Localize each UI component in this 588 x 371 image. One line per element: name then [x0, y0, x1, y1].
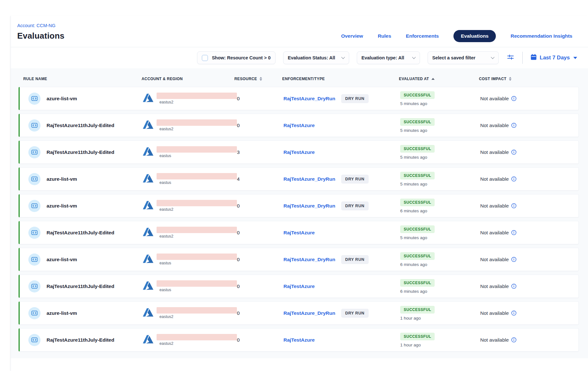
account-region-cell: eastus2	[143, 334, 236, 346]
enforcement-link[interactable]: RajTestAzure_DryRun	[283, 176, 335, 182]
rule-code-icon	[28, 93, 40, 105]
evaluated-time: 6 minutes ago	[400, 289, 427, 294]
enforcement-link[interactable]: RajTestAzure_DryRun	[283, 96, 335, 102]
date-range-picker[interactable]: Last 7 Days	[530, 54, 577, 62]
rule-cell: azure-list-vm	[20, 93, 143, 105]
rule-code-icon	[28, 200, 40, 212]
rule-cell: azure-list-vm	[20, 307, 143, 319]
sort-icon[interactable]	[260, 77, 262, 81]
tab-recommendation-insights[interactable]: Recommendation Insights	[511, 33, 572, 39]
info-icon[interactable]	[511, 149, 517, 155]
evaluation-type-dropdown[interactable]: Evaluation type: All	[357, 51, 420, 64]
rule-cell: RajTestAzure11thJuly-Edited	[20, 146, 143, 158]
evaluated-cell: SUCCESSFUL 5 minutes ago	[400, 118, 480, 133]
breadcrumb[interactable]: Account: CCM-NG	[17, 23, 64, 28]
status-badge: SUCCESSFUL	[400, 306, 435, 314]
info-icon[interactable]	[511, 230, 517, 235]
enforcement-link[interactable]: RajTestAzure_DryRun	[283, 257, 335, 262]
enforcement-link[interactable]: RajTestAzure	[283, 149, 315, 155]
rule-code-icon	[28, 173, 40, 185]
table-row[interactable]: azure-list-vm eastus 0 RajTestAzure_DryR…	[18, 248, 579, 271]
account-block: eastus	[157, 254, 237, 265]
account-block: eastus2	[157, 227, 237, 238]
page-header: Account: CCM-NG Evaluations Overview Rul…	[11, 16, 588, 47]
status-badge: SUCCESSFUL	[400, 225, 435, 233]
info-icon[interactable]	[511, 203, 517, 208]
col-evaluated-at[interactable]: EVALUATED AT	[399, 77, 479, 81]
cost-impact-text: Not available	[480, 230, 509, 236]
col-cost-impact[interactable]: COST IMPACT	[479, 77, 579, 81]
dry-run-badge: DRY RUN	[341, 175, 369, 184]
account-region-cell: eastus	[143, 254, 236, 265]
info-icon[interactable]	[511, 257, 517, 262]
redacted-account-name	[157, 119, 237, 126]
col-label: ENFORCEMENT/TYPE	[282, 77, 325, 81]
resource-count-filter[interactable]: Show: Resource Count > 0	[197, 51, 275, 64]
tab-enforcements[interactable]: Enforcements	[406, 33, 439, 39]
azure-icon	[143, 228, 153, 238]
table-row[interactable]: RajTestAzure11thJuly-Edited eastus2 0 Ra…	[18, 114, 579, 137]
enforcement-cell: RajTestAzure_DryRun DRY RUN	[283, 94, 400, 103]
account-block: eastus	[157, 146, 237, 158]
account-region-cell: eastus	[143, 173, 236, 185]
table-row[interactable]: RajTestAzure11thJuly-Edited eastus 0 Raj…	[18, 275, 579, 298]
enforcement-cell: RajTestAzure	[283, 123, 400, 128]
cost-impact-text: Not available	[480, 337, 509, 343]
evaluated-cell: SUCCESSFUL 5 minutes ago	[400, 145, 480, 160]
saved-filter-dropdown[interactable]: Select a saved filter	[428, 51, 499, 64]
info-icon[interactable]	[511, 337, 517, 343]
region-label: eastus2	[157, 100, 237, 104]
info-icon[interactable]	[511, 176, 517, 182]
rule-cell: azure-list-vm	[20, 173, 143, 185]
resource-count: 0	[236, 284, 283, 289]
enforcement-link[interactable]: RajTestAzure	[283, 230, 315, 236]
enforcement-link[interactable]: RajTestAzure	[283, 337, 315, 343]
table-row[interactable]: RajTestAzure11thJuly-Edited eastus 3 Raj…	[18, 140, 579, 164]
tab-rules[interactable]: Rules	[378, 33, 391, 39]
enforcement-link[interactable]: RajTestAzure_DryRun	[283, 203, 335, 209]
table-row[interactable]: RajTestAzure11thJuly-Edited eastus2 0 Ra…	[18, 328, 579, 352]
resource-count-checkbox[interactable]	[202, 55, 208, 61]
table-row[interactable]: azure-list-vm eastus 4 RajTestAzure_DryR…	[18, 167, 579, 191]
enforcement-link[interactable]: RajTestAzure	[283, 123, 315, 128]
azure-icon	[143, 254, 153, 264]
rule-name: azure-list-vm	[47, 203, 77, 209]
region-label: eastus2	[157, 127, 237, 131]
rule-name: RajTestAzure11thJuly-Edited	[47, 149, 114, 155]
info-icon[interactable]	[511, 284, 517, 289]
table-row[interactable]: azure-list-vm eastus2 0 RajTestAzure_Dry…	[18, 301, 579, 325]
filter-sliders-button[interactable]	[506, 54, 515, 62]
col-label: EVALUATED AT	[399, 77, 429, 81]
info-icon[interactable]	[511, 96, 517, 101]
cost-impact-cell: Not available	[480, 257, 578, 262]
col-resource[interactable]: RESOURCE	[234, 77, 282, 81]
info-icon[interactable]	[511, 310, 517, 316]
region-label: eastus	[157, 154, 237, 158]
tab-evaluations[interactable]: Evaluations	[453, 30, 496, 42]
account-region-cell: eastus	[143, 146, 236, 158]
enforcement-link[interactable]: RajTestAzure	[283, 284, 315, 289]
evaluation-status-dropdown[interactable]: Evaluation Status: All	[283, 51, 349, 64]
tab-overview[interactable]: Overview	[341, 33, 363, 39]
enforcement-cell: RajTestAzure_DryRun DRY RUN	[283, 201, 400, 210]
info-icon[interactable]	[511, 123, 517, 128]
region-label: eastus2	[157, 234, 237, 238]
enforcement-link[interactable]: RajTestAzure_DryRun	[283, 310, 335, 316]
sort-asc-icon[interactable]	[431, 78, 435, 80]
table-row[interactable]: azure-list-vm eastus2 0 RajTestAzure_Dry…	[18, 87, 579, 110]
col-rule-name: RULE NAME	[18, 77, 142, 81]
date-range-value: Last 7 Days	[540, 55, 570, 61]
enforcement-cell: RajTestAzure_DryRun DRY RUN	[283, 309, 400, 318]
enforcement-cell: RajTestAzure	[283, 284, 400, 289]
table-header: RULE NAME ACCOUNT & REGION RESOURCE ENFO…	[18, 77, 579, 81]
evaluated-time: 5 minutes ago	[400, 155, 427, 160]
table-row[interactable]: azure-list-vm eastus2 0 RajTestAzure_Dry…	[18, 194, 579, 217]
table-row[interactable]: RajTestAzure11thJuly-Edited eastus2 0 Ra…	[18, 221, 579, 244]
azure-icon	[143, 201, 153, 211]
rule-name: azure-list-vm	[47, 176, 77, 182]
rule-name: RajTestAzure11thJuly-Edited	[47, 230, 114, 236]
cost-impact-cell: Not available	[480, 123, 578, 128]
cost-impact-cell: Not available	[480, 149, 578, 155]
status-badge: SUCCESSFUL	[400, 172, 435, 179]
sort-icon[interactable]	[509, 77, 511, 81]
